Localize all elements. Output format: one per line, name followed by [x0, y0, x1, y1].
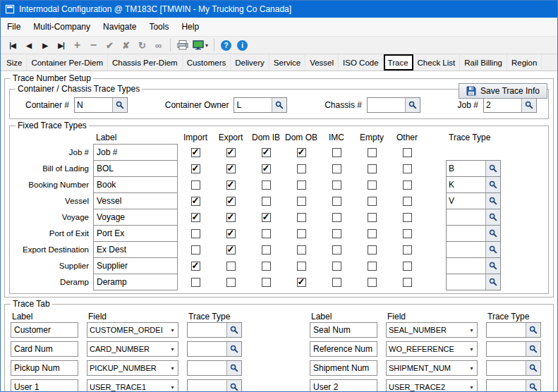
lookup-button[interactable]	[272, 98, 286, 112]
lookup-button[interactable]	[526, 323, 540, 337]
other-checkbox[interactable]	[403, 213, 412, 222]
tab[interactable]: Container Per-Diem	[27, 54, 108, 71]
tab[interactable]: Region	[507, 54, 542, 71]
other-checkbox[interactable]	[403, 164, 412, 173]
tab[interactable]: Check List	[413, 54, 461, 71]
lookup-button[interactable]	[226, 342, 241, 356]
dom-ib-checkbox[interactable]	[262, 229, 271, 238]
trace-type-input[interactable]	[487, 323, 526, 337]
tab[interactable]: Delivery	[231, 54, 269, 71]
export-checkbox[interactable]	[226, 164, 236, 173]
trace-type-input[interactable]	[188, 323, 226, 337]
other-checkbox[interactable]	[403, 197, 412, 206]
next-record-icon[interactable]: ▶	[37, 37, 52, 53]
screen-menu-icon[interactable]: ▾	[191, 37, 210, 53]
lookup-button[interactable]	[485, 258, 500, 274]
lookup-button[interactable]	[485, 177, 500, 192]
dropdown-arrow-icon[interactable]: ▾	[205, 42, 208, 49]
help-icon[interactable]: ?	[219, 37, 233, 53]
imc-checkbox[interactable]	[332, 262, 341, 271]
lookup-button[interactable]	[226, 323, 241, 337]
label-input[interactable]	[11, 341, 78, 357]
export-checkbox[interactable]	[226, 278, 236, 287]
dom-ob-checkbox[interactable]	[297, 180, 306, 190]
dom-ob-checkbox[interactable]	[297, 213, 306, 222]
empty-checkbox[interactable]	[368, 213, 377, 222]
lookup-button[interactable]	[485, 161, 500, 176]
empty-checkbox[interactable]	[368, 262, 377, 271]
lookup-button[interactable]	[405, 98, 420, 112]
tab[interactable]: Rail Billing	[460, 54, 507, 71]
import-checkbox[interactable]	[191, 148, 200, 157]
dom-ib-checkbox[interactable]	[262, 213, 271, 222]
trace-type-input[interactable]	[487, 361, 526, 375]
trace-type-input[interactable]	[447, 161, 485, 176]
imc-checkbox[interactable]	[332, 197, 341, 206]
label-input[interactable]	[310, 360, 377, 376]
dom-ob-checkbox[interactable]	[297, 229, 306, 238]
label-input[interactable]	[310, 341, 377, 357]
export-checkbox[interactable]	[226, 197, 236, 206]
lookup-button[interactable]	[526, 361, 540, 375]
import-checkbox[interactable]	[191, 180, 200, 190]
dom-ib-checkbox[interactable]	[262, 164, 271, 173]
label-input[interactable]	[93, 160, 178, 177]
lookup-button[interactable]	[485, 242, 500, 257]
menu-item[interactable]: Tools	[142, 18, 175, 36]
field-dropdown[interactable]: CUSTOMER_ORDEI ▾	[87, 322, 178, 338]
last-record-icon[interactable]: ▶|	[54, 37, 68, 53]
imc-checkbox[interactable]	[332, 164, 341, 173]
trace-type-input[interactable]	[188, 380, 226, 392]
trace-type-input[interactable]	[487, 380, 526, 392]
empty-checkbox[interactable]	[368, 229, 377, 238]
menu-item[interactable]: Help	[175, 18, 205, 36]
import-checkbox[interactable]	[191, 197, 200, 206]
export-checkbox[interactable]	[226, 245, 236, 255]
refresh-icon[interactable]: ↻	[135, 37, 150, 53]
label-input[interactable]	[93, 192, 178, 209]
field-dropdown[interactable]: WO_REFERENCE ▾	[386, 341, 478, 357]
first-record-icon[interactable]: |◀	[5, 37, 20, 53]
export-checkbox[interactable]	[226, 262, 236, 271]
dom-ob-checkbox[interactable]	[297, 164, 306, 173]
label-input[interactable]	[310, 379, 377, 392]
imc-checkbox[interactable]	[332, 245, 341, 255]
imc-checkbox[interactable]	[332, 278, 341, 287]
dom-ib-checkbox[interactable]	[262, 278, 271, 287]
field-dropdown[interactable]: PICKUP_NUMBER ▾	[87, 360, 178, 376]
import-checkbox[interactable]	[191, 245, 200, 255]
trace-type-input[interactable]	[188, 361, 226, 375]
dom-ob-checkbox[interactable]	[297, 197, 306, 206]
dom-ib-checkbox[interactable]	[262, 180, 271, 190]
export-checkbox[interactable]	[226, 180, 236, 190]
import-checkbox[interactable]	[191, 213, 200, 222]
field-input[interactable]	[484, 98, 521, 112]
label-input[interactable]	[93, 274, 178, 290]
menu-item[interactable]: File	[1, 18, 27, 36]
dom-ob-checkbox[interactable]	[297, 148, 306, 157]
delete-record-icon[interactable]: −	[86, 37, 101, 53]
add-record-icon[interactable]: +	[70, 37, 85, 53]
other-checkbox[interactable]	[403, 148, 412, 157]
label-input[interactable]	[11, 379, 78, 392]
other-checkbox[interactable]	[403, 229, 412, 238]
tab[interactable]: ISO Code	[339, 54, 384, 71]
trace-type-input[interactable]	[447, 226, 485, 241]
dom-ib-checkbox[interactable]	[262, 148, 271, 157]
print-icon[interactable]	[175, 37, 190, 53]
label-input[interactable]	[93, 176, 178, 193]
field-input[interactable]	[234, 98, 272, 112]
tab[interactable]: Chassis Per-Diem	[108, 54, 183, 71]
accept-check-icon[interactable]: ✔	[102, 37, 117, 53]
trace-type-input[interactable]	[447, 209, 485, 225]
import-checkbox[interactable]	[191, 278, 200, 287]
lookup-button[interactable]	[526, 342, 540, 356]
label-input[interactable]	[93, 241, 178, 258]
label-input[interactable]	[93, 225, 178, 242]
field-input[interactable]	[368, 98, 405, 112]
dom-ib-checkbox[interactable]	[262, 197, 271, 206]
trace-type-input[interactable]	[447, 258, 485, 274]
tab[interactable]: Size	[2, 54, 27, 71]
lookup-button[interactable]	[521, 98, 536, 112]
field-dropdown[interactable]: SEAL_NUMBER ▾	[386, 322, 478, 338]
